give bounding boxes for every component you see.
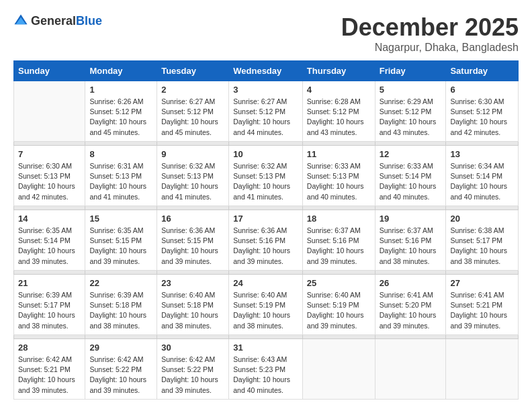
day-number: 13 (450, 149, 514, 159)
calendar-cell: 15Sunrise: 6:35 AM Sunset: 5:15 PM Dayli… (85, 210, 157, 271)
day-number: 6 (450, 85, 514, 95)
calendar-cell: 31Sunrise: 6:43 AM Sunset: 5:23 PM Dayli… (229, 339, 303, 400)
calendar-cell: 4Sunrise: 6:28 AM Sunset: 5:12 PM Daylig… (302, 81, 375, 142)
day-info: Sunrise: 6:38 AM Sunset: 5:17 PM Dayligh… (450, 226, 514, 267)
calendar-cell: 29Sunrise: 6:42 AM Sunset: 5:22 PM Dayli… (85, 339, 157, 400)
calendar-cell: 11Sunrise: 6:33 AM Sunset: 5:13 PM Dayli… (302, 146, 375, 206)
table-row: 1Sunrise: 6:26 AM Sunset: 5:12 PM Daylig… (14, 81, 519, 142)
calendar-cell: 23Sunrise: 6:40 AM Sunset: 5:18 PM Dayli… (157, 275, 229, 335)
day-number: 24 (233, 278, 298, 288)
location-title: Nagarpur, Dhaka, Bangladesh (341, 42, 519, 54)
calendar-cell: 19Sunrise: 6:37 AM Sunset: 5:16 PM Dayli… (375, 210, 446, 271)
col-saturday: Saturday (446, 61, 519, 81)
day-info: Sunrise: 6:37 AM Sunset: 5:16 PM Dayligh… (380, 226, 442, 267)
col-tuesday: Tuesday (157, 61, 229, 81)
day-info: Sunrise: 6:27 AM Sunset: 5:12 PM Dayligh… (233, 97, 298, 138)
calendar-cell: 1Sunrise: 6:26 AM Sunset: 5:12 PM Daylig… (85, 81, 157, 142)
day-number: 9 (161, 149, 224, 159)
day-number: 29 (89, 342, 152, 353)
day-info: Sunrise: 6:33 AM Sunset: 5:13 PM Dayligh… (307, 161, 371, 202)
col-monday: Monday (85, 61, 157, 81)
month-title: December 2025 (341, 13, 519, 42)
table-row: 21Sunrise: 6:39 AM Sunset: 5:17 PM Dayli… (14, 275, 519, 335)
day-info: Sunrise: 6:43 AM Sunset: 5:23 PM Dayligh… (233, 355, 298, 396)
day-info: Sunrise: 6:41 AM Sunset: 5:21 PM Dayligh… (450, 290, 514, 331)
calendar-cell: 7Sunrise: 6:30 AM Sunset: 5:13 PM Daylig… (14, 146, 85, 206)
calendar-cell: 24Sunrise: 6:40 AM Sunset: 5:19 PM Dayli… (229, 275, 303, 335)
title-section: December 2025 Nagarpur, Dhaka, Banglades… (341, 13, 519, 54)
calendar-cell (375, 339, 446, 400)
day-number: 15 (89, 214, 152, 224)
day-info: Sunrise: 6:39 AM Sunset: 5:17 PM Dayligh… (18, 290, 81, 331)
day-info: Sunrise: 6:28 AM Sunset: 5:12 PM Dayligh… (307, 97, 371, 138)
calendar-cell: 17Sunrise: 6:36 AM Sunset: 5:16 PM Dayli… (229, 210, 303, 271)
calendar-cell: 6Sunrise: 6:30 AM Sunset: 5:12 PM Daylig… (446, 81, 519, 142)
calendar-cell: 5Sunrise: 6:29 AM Sunset: 5:12 PM Daylig… (375, 81, 446, 142)
calendar-cell: 9Sunrise: 6:32 AM Sunset: 5:13 PM Daylig… (157, 146, 229, 206)
day-info: Sunrise: 6:42 AM Sunset: 5:21 PM Dayligh… (18, 355, 81, 396)
calendar-cell: 16Sunrise: 6:36 AM Sunset: 5:15 PM Dayli… (157, 210, 229, 271)
day-number: 19 (380, 214, 442, 224)
day-info: Sunrise: 6:42 AM Sunset: 5:22 PM Dayligh… (89, 355, 152, 396)
col-sunday: Sunday (14, 61, 85, 81)
col-friday: Friday (375, 61, 446, 81)
calendar-cell: 27Sunrise: 6:41 AM Sunset: 5:21 PM Dayli… (446, 275, 519, 335)
day-number: 10 (233, 149, 298, 159)
day-number: 7 (18, 149, 81, 159)
day-info: Sunrise: 6:33 AM Sunset: 5:14 PM Dayligh… (380, 161, 442, 202)
calendar-cell: 12Sunrise: 6:33 AM Sunset: 5:14 PM Dayli… (375, 146, 446, 206)
day-number: 20 (450, 214, 514, 224)
day-info: Sunrise: 6:41 AM Sunset: 5:20 PM Dayligh… (380, 290, 442, 331)
day-number: 14 (18, 214, 81, 224)
calendar-cell: 30Sunrise: 6:42 AM Sunset: 5:22 PM Dayli… (157, 339, 229, 400)
col-thursday: Thursday (302, 61, 375, 81)
day-number: 4 (307, 85, 371, 95)
table-row: 28Sunrise: 6:42 AM Sunset: 5:21 PM Dayli… (14, 339, 519, 400)
calendar-cell: 10Sunrise: 6:32 AM Sunset: 5:13 PM Dayli… (229, 146, 303, 206)
day-number: 23 (161, 278, 224, 288)
day-info: Sunrise: 6:30 AM Sunset: 5:12 PM Dayligh… (450, 97, 514, 138)
day-info: Sunrise: 6:40 AM Sunset: 5:18 PM Dayligh… (161, 290, 224, 331)
day-info: Sunrise: 6:42 AM Sunset: 5:22 PM Dayligh… (161, 355, 224, 396)
day-number: 5 (380, 85, 442, 95)
logo: GeneralBlue (13, 13, 102, 28)
day-number: 30 (161, 342, 224, 353)
calendar-cell: 26Sunrise: 6:41 AM Sunset: 5:20 PM Dayli… (375, 275, 446, 335)
day-number: 3 (233, 85, 298, 95)
calendar-cell (14, 81, 85, 142)
day-number: 25 (307, 278, 371, 288)
day-number: 11 (307, 149, 371, 159)
logo-icon (13, 13, 28, 28)
day-info: Sunrise: 6:26 AM Sunset: 5:12 PM Dayligh… (89, 97, 152, 138)
day-number: 31 (233, 342, 298, 353)
day-info: Sunrise: 6:40 AM Sunset: 5:19 PM Dayligh… (307, 290, 371, 331)
day-info: Sunrise: 6:35 AM Sunset: 5:15 PM Dayligh… (89, 226, 152, 267)
day-info: Sunrise: 6:30 AM Sunset: 5:13 PM Dayligh… (18, 161, 81, 202)
day-info: Sunrise: 6:34 AM Sunset: 5:14 PM Dayligh… (450, 161, 514, 202)
header: GeneralBlue December 2025 Nagarpur, Dhak… (13, 13, 519, 54)
day-info: Sunrise: 6:32 AM Sunset: 5:13 PM Dayligh… (233, 161, 298, 202)
calendar-cell: 22Sunrise: 6:39 AM Sunset: 5:18 PM Dayli… (85, 275, 157, 335)
day-number: 22 (89, 278, 152, 288)
calendar-cell: 21Sunrise: 6:39 AM Sunset: 5:17 PM Dayli… (14, 275, 85, 335)
calendar-cell: 18Sunrise: 6:37 AM Sunset: 5:16 PM Dayli… (302, 210, 375, 271)
calendar-table: Sunday Monday Tuesday Wednesday Thursday… (13, 60, 519, 400)
day-number: 1 (89, 85, 152, 95)
day-number: 8 (89, 149, 152, 159)
calendar-cell (446, 339, 519, 400)
day-number: 2 (161, 85, 224, 95)
header-row: Sunday Monday Tuesday Wednesday Thursday… (14, 61, 519, 81)
table-row: 14Sunrise: 6:35 AM Sunset: 5:14 PM Dayli… (14, 210, 519, 271)
day-number: 21 (18, 278, 81, 288)
calendar-cell: 28Sunrise: 6:42 AM Sunset: 5:21 PM Dayli… (14, 339, 85, 400)
day-info: Sunrise: 6:32 AM Sunset: 5:13 PM Dayligh… (161, 161, 224, 202)
day-info: Sunrise: 6:39 AM Sunset: 5:18 PM Dayligh… (89, 290, 152, 331)
day-info: Sunrise: 6:37 AM Sunset: 5:16 PM Dayligh… (307, 226, 371, 267)
day-info: Sunrise: 6:36 AM Sunset: 5:15 PM Dayligh… (161, 226, 224, 267)
logo-general: General (31, 14, 76, 28)
day-number: 17 (233, 214, 298, 224)
day-number: 16 (161, 214, 224, 224)
calendar-cell: 14Sunrise: 6:35 AM Sunset: 5:14 PM Dayli… (14, 210, 85, 271)
calendar-cell: 25Sunrise: 6:40 AM Sunset: 5:19 PM Dayli… (302, 275, 375, 335)
day-info: Sunrise: 6:27 AM Sunset: 5:12 PM Dayligh… (161, 97, 224, 138)
